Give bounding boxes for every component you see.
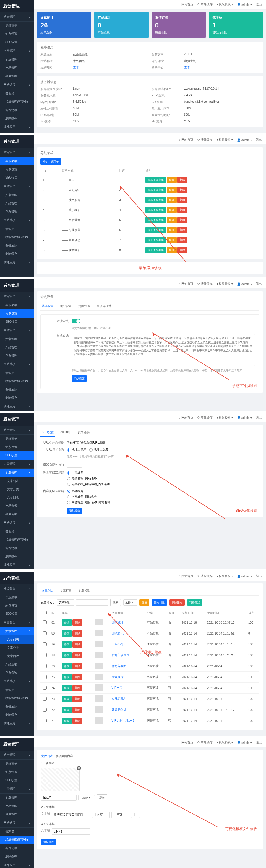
sidebar-backup[interactable]: 备份还原	[0, 106, 34, 114]
delete-button[interactable]: 删除	[73, 696, 82, 702]
top-button[interactable]: 置顶	[139, 599, 149, 606]
delete-button[interactable]: 删除	[177, 247, 187, 253]
edit-button[interactable]: 修改	[62, 707, 72, 713]
edit-button[interactable]: 修改	[62, 641, 72, 648]
add-sub-button[interactable]: 添加下级菜单	[145, 187, 166, 193]
tab-clear[interactable]: 清除设置	[77, 302, 91, 310]
tab-article-model[interactable]: 文章模型	[77, 587, 91, 595]
edit-button[interactable]: 修改	[62, 619, 72, 626]
separator-input[interactable]	[67, 462, 82, 468]
row-checkbox[interactable]	[43, 719, 47, 722]
search-type-select[interactable]: 文章标题	[57, 599, 74, 606]
add-button[interactable]: 添加	[97, 794, 107, 801]
delete-button[interactable]: 删除	[73, 685, 82, 691]
submit-button[interactable]: 确认提交	[67, 508, 82, 514]
delete-button[interactable]: 删除	[73, 652, 82, 658]
sidebar-seo[interactable]: SEO设置	[0, 38, 34, 46]
delete-button[interactable]: 删除	[73, 707, 82, 713]
edit-button[interactable]: 修改	[62, 674, 72, 680]
delete-button[interactable]: 删除	[73, 663, 82, 670]
sidebar-seo[interactable]: SEO设置	[0, 451, 34, 460]
image-preview[interactable]	[41, 768, 80, 791]
edit-button[interactable]: 修改	[62, 685, 72, 691]
sidebar-article[interactable]: 文章管理	[0, 56, 34, 64]
edit-button[interactable]: 修改	[167, 217, 177, 223]
topbar-user[interactable]: 👤 admin ▾	[237, 3, 252, 6]
edit-button[interactable]: 修改	[167, 227, 177, 233]
sidebar-nav[interactable]: 导航菜单	[0, 22, 34, 30]
edit-button[interactable]: 修改	[62, 652, 72, 658]
sidebar-settings[interactable]: 站点设置	[0, 309, 34, 317]
url-input[interactable]	[41, 795, 77, 801]
add-sub-button[interactable]: 添加下级菜单	[145, 237, 166, 243]
add-sub-button[interactable]: 添加下级菜单	[145, 177, 166, 183]
sidebar-tpl[interactable]: 模板管理(可视化)	[0, 836, 34, 844]
delete-button[interactable]: 删除	[177, 187, 187, 193]
sidebar-group-plugin[interactable]: 插件应用∨	[0, 122, 34, 131]
search-input[interactable]	[76, 599, 108, 606]
row-checkbox[interactable]	[43, 664, 47, 668]
edit-button[interactable]: 修改	[62, 696, 72, 702]
radio-hide[interactable]: 地址上隐藏	[89, 448, 108, 452]
edit-button[interactable]: 修改	[167, 197, 177, 203]
search-button[interactable]: 搜索	[110, 599, 121, 606]
add-sub-button[interactable]: 添加下级菜单	[145, 217, 166, 223]
row-checkbox[interactable]	[43, 620, 47, 624]
delete-button[interactable]: 删除	[73, 630, 82, 637]
edit-button[interactable]: 修改	[62, 663, 72, 670]
row-checkbox[interactable]	[43, 631, 47, 635]
add-sub-button[interactable]: 添加下级菜单	[145, 247, 166, 253]
sidebar-settings[interactable]: 站点设置	[0, 30, 34, 38]
transfer-button[interactable]: 转移指定	[187, 599, 203, 606]
tab-article-list[interactable]: 文章列表	[41, 587, 55, 595]
delete-button[interactable]: 删除	[177, 217, 187, 223]
sidebar-page[interactable]: 单页管理	[0, 72, 34, 80]
tab-core[interactable]: 核心设置	[59, 302, 73, 310]
submit-button[interactable]: 确认提交	[72, 375, 87, 382]
edit-button[interactable]: 修改	[167, 207, 177, 213]
edit-button[interactable]: 修改	[62, 718, 72, 724]
tab-article-cat[interactable]: 文章栏目	[59, 587, 73, 595]
delete-button[interactable]: 删除	[73, 641, 82, 648]
filter-select[interactable]: 全部 ▾	[123, 599, 137, 606]
edit-button[interactable]: 修改	[167, 177, 177, 183]
filter-textarea[interactable]: 国家统一国防部战世界和平万岁万岁万万岁网络信息部创军体海军一号人提案海军统计部 …	[72, 334, 255, 366]
target-select[interactable]: _blank ▾	[78, 795, 95, 800]
row-checkbox[interactable]	[43, 642, 47, 646]
delete-button[interactable]: 删除	[73, 718, 82, 724]
delete-button[interactable]: 删除	[177, 227, 187, 233]
sidebar-product[interactable]: 产品管理	[0, 64, 34, 72]
sidebar-admin[interactable]: 管理员	[0, 89, 34, 98]
display-button[interactable]: 指定日显	[152, 599, 167, 606]
edit-button[interactable]: 修改	[62, 630, 72, 637]
sidebar-group-content[interactable]: 内容管理∨	[0, 46, 34, 56]
tab-sitemap[interactable]: Sitemap	[59, 429, 73, 437]
delete-button[interactable]: 删除指定	[169, 599, 185, 606]
row-checkbox[interactable]	[43, 675, 47, 679]
add-sub-button[interactable]: 添加下级菜单	[145, 207, 166, 213]
row-checkbox[interactable]	[43, 708, 47, 712]
tab-seo-config[interactable]: SEO配置	[41, 429, 55, 437]
add-menu-button[interactable]: 添加一级菜单	[41, 158, 61, 165]
sidebar-article-mgmt[interactable]: 文章管理∨	[0, 469, 34, 477]
submit-button[interactable]: 确认修改	[41, 839, 56, 845]
check-all[interactable]	[43, 611, 47, 615]
edit-button[interactable]: 修改	[167, 237, 177, 243]
topbar-logout[interactable]: 退出	[256, 2, 262, 6]
add-sub-button[interactable]: 添加下级菜单	[145, 227, 166, 233]
sidebar-delcache[interactable]: 删除缓存	[0, 114, 34, 122]
sidebar-group-site[interactable]: 站点管理∨	[0, 12, 34, 22]
delete-button[interactable]: 删除	[73, 674, 82, 680]
add-sub-button[interactable]: 添加下级菜单	[145, 197, 166, 203]
sidebar-tpl[interactable]: 模板管理(可视化)	[0, 98, 34, 106]
topbar-perm[interactable]: ▾ 权限授权 ▾	[217, 2, 233, 6]
tab-basic[interactable]: 基本设置	[41, 302, 55, 310]
sidebar-nav[interactable]: 导航菜单	[0, 157, 34, 165]
topbar-home[interactable]: ⌂ 网站首页	[179, 2, 193, 6]
radio-show[interactable]: 地址上显示	[67, 448, 86, 452]
delete-button[interactable]: 删除	[177, 237, 187, 243]
edit-button[interactable]: 修改	[167, 247, 177, 253]
sidebar-group-options[interactable]: 网站选项∨	[0, 80, 34, 89]
row-checkbox[interactable]	[43, 686, 47, 690]
row-checkbox[interactable]	[43, 697, 47, 701]
